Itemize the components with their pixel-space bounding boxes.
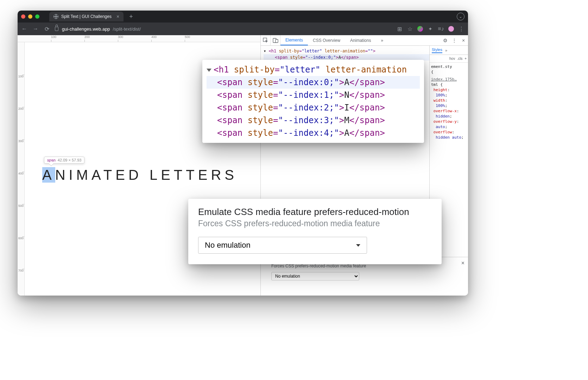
ruler-tick: 200 bbox=[84, 35, 90, 42]
heading-letter: T bbox=[186, 167, 198, 183]
caret-down-icon bbox=[207, 69, 211, 72]
tab-animations[interactable]: Animations bbox=[345, 35, 376, 45]
ruler-tick: 300 bbox=[118, 35, 123, 42]
tooltip-dimensions: 42.09 × 57.93 bbox=[58, 158, 82, 162]
heading-letter: E bbox=[161, 167, 174, 183]
tab-elements[interactable]: Elements bbox=[280, 35, 308, 45]
brace: { bbox=[431, 70, 434, 74]
ruler-tick: 100 bbox=[51, 35, 56, 42]
emulation-select[interactable]: No emulation bbox=[271, 272, 359, 280]
cls-toggle[interactable]: .cls bbox=[457, 57, 462, 61]
heading-letter: I bbox=[69, 167, 76, 183]
heading-letter: E bbox=[198, 167, 211, 183]
zoom-attr2-name: letter-animation bbox=[325, 65, 407, 75]
maximize-window-button[interactable] bbox=[35, 14, 39, 19]
zoom2-select[interactable]: No emulation bbox=[198, 237, 367, 254]
zoom-child-node: <span style="--index:2;">I</span> bbox=[207, 101, 420, 114]
close-tab-icon[interactable]: × bbox=[116, 14, 119, 19]
extension-icon[interactable] bbox=[417, 26, 423, 32]
device-toolbar-button[interactable] bbox=[271, 35, 280, 45]
heading-letter: R bbox=[211, 167, 225, 183]
inspect-element-button[interactable] bbox=[261, 35, 271, 45]
bookmark-icon[interactable]: ☆ bbox=[407, 26, 413, 32]
ruler-tick: 500 bbox=[185, 35, 190, 42]
stylesheet-link[interactable]: index.175b… bbox=[431, 77, 467, 82]
tab-css-overview[interactable]: CSS Overview bbox=[308, 35, 345, 45]
element-style-label: ement.sty bbox=[431, 64, 452, 69]
horizontal-ruler: 100200300400500 bbox=[18, 35, 260, 42]
zoom-child-node: <span style="--index:3;">M</span> bbox=[207, 114, 420, 127]
css-declaration[interactable]: height: 100%; bbox=[431, 87, 467, 98]
tab-title: Split Text | GUI Challenges bbox=[61, 14, 112, 19]
close-drawer-icon[interactable]: × bbox=[461, 260, 464, 266]
tab-overflow-button[interactable]: ⌄ bbox=[457, 13, 464, 20]
browser-tab[interactable]: Split Text | GUI Challenges × bbox=[49, 12, 124, 21]
ruler-tick: 400 bbox=[18, 172, 24, 175]
css-declaration[interactable]: overflow-y: auto; bbox=[431, 119, 467, 129]
heading-letter: N bbox=[55, 167, 69, 183]
zoom2-title: Emulate CSS media feature prefers-reduce… bbox=[198, 207, 432, 217]
heading-letter: A bbox=[91, 167, 103, 183]
url-field[interactable]: gui-challenges.web.app/split-text/dist/ bbox=[55, 26, 391, 32]
new-style-button[interactable]: + bbox=[464, 57, 467, 61]
styles-tab[interactable]: Styles bbox=[432, 48, 442, 53]
extensions-button[interactable]: ✦ bbox=[427, 26, 434, 32]
ruler-tick: 600 bbox=[18, 236, 24, 240]
rule-selector: tml { bbox=[431, 82, 443, 87]
css-declaration[interactable]: overflow-x: hidden; bbox=[431, 108, 467, 119]
reload-button[interactable]: ⟳ bbox=[44, 26, 50, 32]
globe-icon bbox=[53, 14, 58, 19]
heading-letter: A bbox=[42, 167, 55, 183]
zoom-rendering-panel: Emulate CSS media feature prefers-reduce… bbox=[188, 199, 442, 264]
zoom-attr1-name: split-by bbox=[234, 65, 275, 75]
css-declaration[interactable]: width: 100%; bbox=[431, 98, 467, 108]
chevron-down-icon bbox=[356, 244, 360, 247]
ruler-tick: 400 bbox=[151, 35, 157, 42]
ruler-tick: 300 bbox=[18, 139, 24, 143]
zoom-child-node: <span style="--index:1;">N</span> bbox=[207, 89, 420, 101]
address-bar: ← → ⟳ gui-challenges.web.app/split-text/… bbox=[18, 23, 468, 35]
kebab-icon[interactable]: ⋮ bbox=[450, 38, 459, 43]
ruler-tick: 200 bbox=[18, 107, 24, 110]
ruler-tick: 700 bbox=[18, 269, 24, 272]
styles-more[interactable]: » bbox=[445, 48, 447, 52]
inspect-tooltip: span 42.09 × 57.93 bbox=[44, 157, 84, 164]
settings-icon[interactable]: ⚙ bbox=[441, 38, 450, 43]
profile-avatar[interactable] bbox=[448, 26, 454, 32]
reading-list-icon[interactable]: ≡♪ bbox=[438, 26, 444, 32]
back-button[interactable]: ← bbox=[21, 26, 27, 32]
ruler-tick: 100 bbox=[18, 75, 24, 78]
zoom2-subtitle: Forces CSS prefers-reduced-motion media … bbox=[198, 219, 432, 228]
heading-letter: T bbox=[174, 167, 186, 183]
minimize-window-button[interactable] bbox=[28, 14, 32, 19]
heading-letter: D bbox=[128, 167, 142, 183]
url-path: /split-text/dist/ bbox=[113, 26, 141, 32]
zoom-child-node: <span style="--index:0;">A</span> bbox=[207, 76, 420, 89]
new-tab-button[interactable]: + bbox=[129, 13, 133, 20]
hov-toggle[interactable]: hov bbox=[449, 57, 455, 61]
heading-letter bbox=[142, 167, 150, 183]
vertical-ruler: 100200300400500600700800 bbox=[18, 42, 25, 296]
heading-letter: L bbox=[150, 167, 161, 183]
tooltip-tag: span bbox=[47, 158, 56, 162]
zoom-root-tag: h1 bbox=[219, 65, 229, 75]
devtools-tab-bar: Elements CSS Overview Animations » ⚙ ⋮ × bbox=[261, 35, 468, 46]
heading-letter: M bbox=[76, 167, 91, 183]
css-rules[interactable]: ement.sty { index.175b… tml { height: 10… bbox=[430, 63, 468, 141]
drawer-description: Forces CSS prefers-reduced-motion media … bbox=[271, 264, 463, 268]
svg-rect-2 bbox=[276, 39, 278, 43]
menu-button[interactable]: ⋮ bbox=[458, 26, 464, 32]
window-titlebar: Split Text | GUI Challenges × + ⌄ bbox=[18, 11, 468, 23]
heading-letter: S bbox=[225, 167, 238, 183]
dom-node[interactable]: ▾ <h1 split-by="letter" letter-animation… bbox=[264, 48, 429, 54]
forward-button[interactable]: → bbox=[32, 26, 39, 32]
url-domain: gui-challenges.web.app bbox=[62, 26, 110, 32]
translate-icon[interactable]: ⊞ bbox=[396, 26, 403, 32]
close-window-button[interactable] bbox=[21, 14, 25, 19]
zoom-attr1-val: letter bbox=[285, 65, 315, 75]
close-devtools-icon[interactable]: × bbox=[459, 38, 468, 43]
ruler-tick: 500 bbox=[18, 204, 24, 208]
zoom-root-node: <h1 split-by="letter" letter-animation bbox=[207, 63, 420, 76]
css-declaration[interactable]: overflow: hidden auto; bbox=[431, 129, 467, 140]
tab-more[interactable]: » bbox=[376, 35, 388, 45]
